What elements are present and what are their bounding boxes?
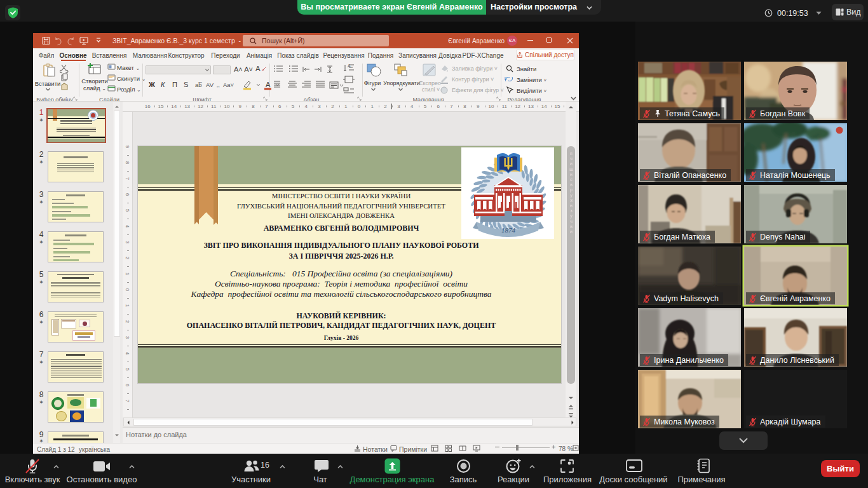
svg-text:A: A xyxy=(348,64,351,68)
svg-text:А: А xyxy=(266,81,271,88)
svg-text:ᵇ: ᵇ xyxy=(505,76,507,83)
